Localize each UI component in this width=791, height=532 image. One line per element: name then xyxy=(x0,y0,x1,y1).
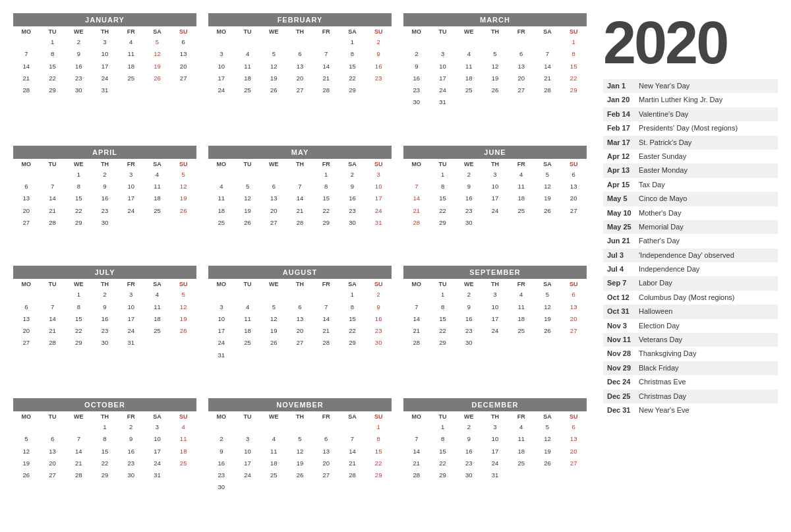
day-cell: 24 xyxy=(144,458,171,469)
day-cell: 7 xyxy=(403,433,430,445)
day-cell: 1 xyxy=(430,421,456,433)
day-header-tu: TU xyxy=(430,26,456,36)
day-cell: 2 xyxy=(455,289,482,301)
holiday-date: Apr 15 xyxy=(607,180,639,190)
day-cell: 26 xyxy=(235,217,261,229)
day-cell: 30 xyxy=(403,96,430,108)
calendar-grid: JANUARYMOTUWETHFRSASU1234567891011121314… xyxy=(13,13,593,519)
day-cell: 13 xyxy=(170,48,196,60)
day-header-su: SU xyxy=(170,26,196,36)
day-cell: 3 xyxy=(144,421,171,433)
day-cell: 12 xyxy=(170,181,196,192)
day-empty xyxy=(287,421,313,433)
day-cell: 2 xyxy=(65,36,92,48)
day-cell: 21 xyxy=(403,458,430,469)
holiday-name: Presidents' Day (Most regions) xyxy=(639,123,774,133)
day-header-tu: TU xyxy=(235,26,261,36)
day-cell: 21 xyxy=(313,73,339,84)
day-header-th: TH xyxy=(92,279,118,289)
holiday-name: New Year's Eve xyxy=(639,405,774,415)
day-cell: 12 xyxy=(535,433,561,445)
day-cell: 4 xyxy=(508,421,535,433)
day-cell: 17 xyxy=(482,192,508,204)
day-empty xyxy=(455,36,482,48)
day-cell: 9 xyxy=(403,61,430,73)
day-empty xyxy=(403,36,430,48)
day-header-mo: MO xyxy=(13,279,40,289)
day-header-th: TH xyxy=(92,159,118,169)
day-header-mo: MO xyxy=(13,159,40,169)
month-header: MAY xyxy=(208,146,392,159)
day-cell: 24 xyxy=(208,337,235,349)
day-cell: 10 xyxy=(92,48,118,60)
day-cell: 19 xyxy=(170,192,196,204)
day-cell: 29 xyxy=(40,84,66,96)
day-cell: 6 xyxy=(170,36,196,48)
day-cell: 6 xyxy=(560,421,587,433)
day-cell: 19 xyxy=(13,458,40,469)
day-cell: 15 xyxy=(339,313,366,325)
month-block-march: MARCHMOTUWETHFRSASU123456789101112131415… xyxy=(403,13,587,134)
day-cell: 25 xyxy=(260,469,287,481)
day-empty xyxy=(260,289,287,301)
day-cell: 15 xyxy=(65,192,92,204)
day-cell: 5 xyxy=(260,301,287,313)
day-cell: 20 xyxy=(560,192,587,204)
day-cell: 13 xyxy=(560,181,587,192)
day-cell: 16 xyxy=(92,313,118,325)
day-cell: 23 xyxy=(455,205,482,217)
month-header: MARCH xyxy=(403,13,587,26)
day-cell: 28 xyxy=(339,469,366,481)
holiday-name: Valentine's Day xyxy=(639,109,774,119)
day-cell: 24 xyxy=(482,325,508,337)
day-cell: 1 xyxy=(430,289,456,301)
day-cell: 5 xyxy=(482,48,508,60)
day-header-mo: MO xyxy=(208,279,235,289)
day-cell: 17 xyxy=(144,446,171,458)
day-cell: 4 xyxy=(235,48,261,60)
day-header-su: SU xyxy=(365,159,392,169)
day-cell: 7 xyxy=(65,433,92,445)
day-header-fr: FR xyxy=(118,26,144,36)
day-header-mo: MO xyxy=(403,279,430,289)
month-block-april: APRILMOTUWETHFRSASU123456789101112131415… xyxy=(13,146,196,254)
day-cell: 18 xyxy=(208,205,235,217)
day-cell: 14 xyxy=(65,446,92,458)
day-cell: 28 xyxy=(313,84,339,96)
day-empty xyxy=(40,289,66,301)
day-cell: 15 xyxy=(339,61,366,73)
day-empty xyxy=(260,169,287,181)
day-cell: 4 xyxy=(260,433,287,445)
day-cell: 19 xyxy=(260,73,287,84)
day-cell: 3 xyxy=(208,48,235,60)
day-cell: 6 xyxy=(260,181,287,192)
day-cell: 22 xyxy=(430,205,456,217)
day-cell: 23 xyxy=(92,205,118,217)
day-empty xyxy=(65,421,92,433)
day-header-tu: TU xyxy=(430,411,456,421)
day-empty xyxy=(287,169,313,181)
day-cell: 13 xyxy=(287,313,313,325)
day-cell: 18 xyxy=(260,458,287,469)
day-empty xyxy=(508,36,535,48)
day-cell: 18 xyxy=(170,446,196,458)
day-cell: 9 xyxy=(455,301,482,313)
holiday-date: Nov 11 xyxy=(607,335,639,345)
day-cell: 18 xyxy=(144,192,171,204)
day-header-fr: FR xyxy=(508,411,535,421)
day-cell: 1 xyxy=(65,169,92,181)
holiday-date: Nov 29 xyxy=(607,363,639,373)
day-cell: 26 xyxy=(170,205,196,217)
day-cell: 23 xyxy=(208,469,235,481)
day-header-fr: FR xyxy=(118,279,144,289)
holiday-row: Apr 13Easter Monday xyxy=(603,163,778,177)
day-cell: 22 xyxy=(560,73,587,84)
month-block-october: OCTOBERMOTUWETHFRSASU1234567891011121314… xyxy=(13,398,196,519)
day-cell: 12 xyxy=(260,61,287,73)
day-cell: 14 xyxy=(13,61,40,73)
day-header-tu: TU xyxy=(40,159,66,169)
holiday-date: Feb 17 xyxy=(607,123,639,133)
holiday-row: May 10Mother's Day xyxy=(603,206,778,220)
holiday-row: May 25Memorial Day xyxy=(603,220,778,234)
day-cell: 11 xyxy=(235,61,261,73)
